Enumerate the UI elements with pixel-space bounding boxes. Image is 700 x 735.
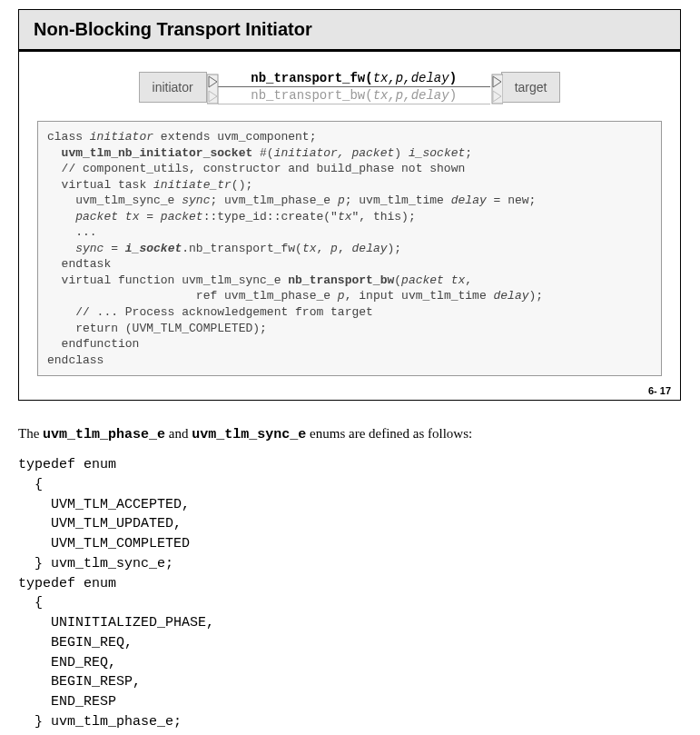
page-number: 6- 17 [19,383,680,400]
code-listing: class initiator extends uvm_component; u… [37,121,662,376]
enum-intro-text: The uvm_tlm_phase_e and uvm_tlm_sync_e e… [18,426,681,442]
slide-body: initiator nb_transport_fw(tx,p,delay) nb… [19,52,680,383]
transport-diagram: initiator nb_transport_fw(tx,p,delay) nb… [37,70,662,104]
bw-call-label: nb_transport_bw(tx,p,delay) [218,87,490,104]
call-labels: nb_transport_fw(tx,p,delay) nb_transport… [218,70,490,104]
slide-title: Non-Blocking Transport Initiator [19,10,680,52]
initiator-port-icon [207,73,218,102]
target-box: target [501,72,561,103]
target-port-icon [490,73,501,102]
enum-definitions: typedef enum { UVM_TLM_ACCEPTED, UVM_TLM… [18,455,681,732]
slide-frame: Non-Blocking Transport Initiator initiat… [18,9,681,401]
initiator-box: initiator [139,72,207,103]
fw-call-label: nb_transport_fw(tx,p,delay) [218,70,490,87]
